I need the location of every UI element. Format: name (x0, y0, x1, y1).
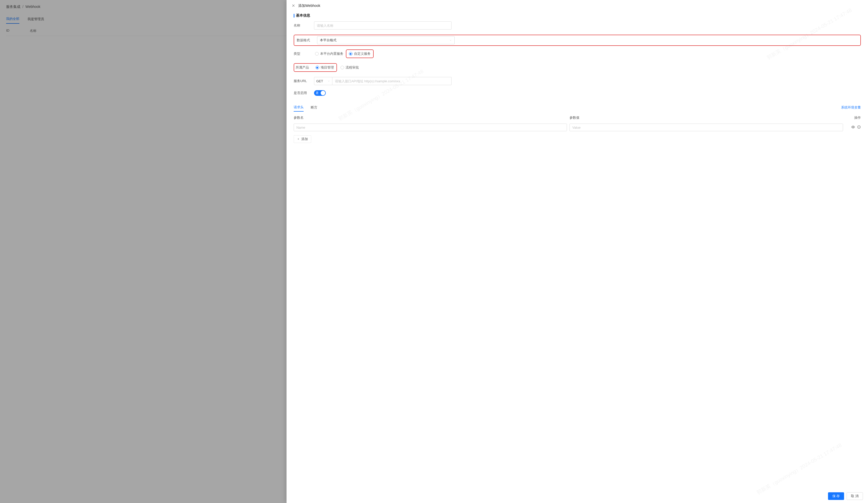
label-service-url: 服务URL (294, 79, 314, 83)
row-service-url: 服务URL GET (294, 77, 861, 85)
data-format-select[interactable]: 本平台格式 (317, 36, 455, 44)
breadcrumb-root[interactable]: 服务集成 (6, 4, 20, 9)
col-param-name: 参数名 (294, 115, 567, 120)
param-actions (846, 125, 861, 130)
sub-tabbar: 请求头 断言 系统环境变量 (294, 103, 861, 112)
breadcrumb-sep: / (22, 4, 23, 9)
label-data-format: 数据格式 (297, 38, 317, 43)
col-id: ID (6, 29, 9, 33)
param-table-header: 参数名 参数值 操作 (294, 115, 861, 120)
system-env-vars-link[interactable]: 系统环境变量 (841, 105, 861, 110)
param-value-input[interactable] (569, 124, 843, 131)
row-enabled: 是否启用 是 (294, 90, 861, 96)
radio-type-builtin[interactable]: 本平台内置服务 (314, 51, 344, 57)
http-method-value: GET (316, 79, 323, 83)
toggle-on-label: 是 (316, 91, 319, 95)
toggle-knob (321, 91, 325, 95)
radio-product-approval[interactable]: 流程审批 (340, 65, 360, 70)
radio-product-pm-label: 项目管理 (321, 65, 334, 70)
tab-admin[interactable]: 我是管理员 (28, 17, 44, 23)
col-name: 名称 (30, 29, 37, 33)
radio-circle-icon (341, 66, 344, 69)
col-param-value: 参数值 (569, 115, 843, 120)
radio-product-approval-label: 流程审批 (345, 65, 359, 70)
svg-point-0 (853, 127, 854, 128)
radio-circle-icon (349, 52, 352, 55)
highlight-data-format: 数据格式 本平台格式 (294, 35, 861, 46)
tab-request-headers[interactable]: 请求头 (294, 103, 303, 112)
radio-type-custom-label: 自定义服务 (354, 51, 371, 56)
radio-type-custom[interactable]: 自定义服务 (348, 51, 372, 57)
radio-circle-icon (316, 66, 319, 69)
param-row (294, 124, 861, 131)
radio-type-builtin-label: 本平台内置服务 (320, 51, 343, 56)
breadcrumb-current: Webhook (25, 4, 41, 9)
data-format-value: 本平台格式 (320, 38, 337, 43)
enabled-toggle[interactable]: 是 (314, 90, 326, 96)
drawer-body: 基本信息 名称 数据格式 本平台格式 类型 (287, 11, 868, 489)
radio-circle-icon (315, 52, 319, 55)
save-button[interactable]: 保 存 (828, 492, 844, 500)
eye-icon[interactable] (851, 125, 855, 130)
close-icon[interactable] (292, 4, 295, 8)
watermark: 郭新英（guoxinying）2024-05-21 17:47:48 (755, 442, 843, 489)
param-name-input[interactable] (294, 124, 567, 131)
drawer-header: 添加Webhook (287, 0, 868, 11)
row-product: 所属产品 项目管理 流程审批 (294, 63, 861, 72)
chevron-down-icon (328, 79, 330, 83)
type-radio-group: 本平台内置服务 自定义服务 (314, 49, 374, 58)
highlight-type-custom: 自定义服务 (346, 49, 374, 58)
add-webhook-drawer: 添加Webhook 基本信息 名称 数据格式 本平台格式 (287, 0, 868, 503)
http-method-select[interactable]: GET (314, 77, 332, 85)
remove-icon[interactable] (857, 125, 861, 130)
name-input[interactable] (314, 21, 452, 30)
section-basic-label: 基本信息 (296, 13, 310, 18)
tab-all-mine[interactable]: 我的全部 (6, 17, 19, 24)
row-type: 类型 本平台内置服务 自定义服务 (294, 49, 861, 58)
label-product: 所属产品 (296, 65, 314, 70)
label-name: 名称 (294, 23, 314, 28)
chevron-down-icon (449, 39, 452, 42)
service-url-input[interactable] (332, 77, 452, 85)
label-type: 类型 (294, 51, 314, 56)
label-enabled: 是否启用 (294, 91, 314, 95)
section-basic-title: 基本信息 (294, 13, 861, 18)
cancel-button[interactable]: 取 消 (847, 492, 863, 500)
row-name: 名称 (294, 21, 861, 30)
add-param-label: 添加 (301, 137, 308, 141)
col-param-ops: 操作 (846, 115, 861, 120)
highlight-product: 所属产品 项目管理 (294, 63, 337, 72)
tab-assertion[interactable]: 断言 (311, 104, 317, 111)
add-param-button[interactable]: 添加 (294, 135, 311, 143)
drawer-title: 添加Webhook (298, 3, 320, 8)
drawer-footer: 保 存 取 消 (287, 489, 868, 503)
radio-product-pm[interactable]: 项目管理 (314, 65, 335, 70)
plus-icon (297, 137, 300, 141)
